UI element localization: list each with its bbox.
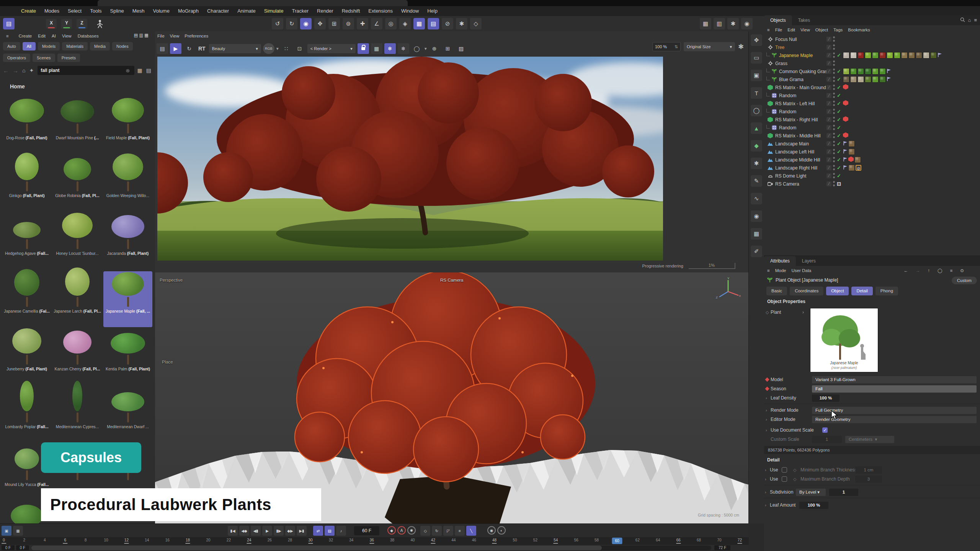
rv-menu-view[interactable]: View xyxy=(170,34,180,38)
channel-dropdown-icon[interactable]: ▾ xyxy=(276,46,279,51)
asset-item[interactable]: Jacaranda (Fall, Plant) xyxy=(103,214,152,269)
crop-region-icon[interactable]: ⊡ xyxy=(294,43,305,54)
keyframe-dot[interactable] xyxy=(765,386,769,391)
menu-create[interactable]: Create xyxy=(17,6,40,16)
parent-up-icon[interactable]: ↑ xyxy=(928,268,933,273)
object-name[interactable]: Landscape Left Hill xyxy=(775,149,814,155)
back-arrow-icon[interactable]: ← xyxy=(3,67,9,74)
home-icon[interactable]: ⌂ xyxy=(22,67,25,73)
leaf-density-field[interactable]: 100 % xyxy=(812,395,840,402)
matrix-icon[interactable] xyxy=(767,133,773,139)
live-selection-icon[interactable]: ◉ xyxy=(300,18,312,29)
document-tab[interactable] xyxy=(98,0,408,6)
material-tag[interactable] xyxy=(850,52,857,59)
object-name[interactable]: Grass xyxy=(775,61,787,66)
material-tag[interactable] xyxy=(865,68,871,75)
attr-tab-detail[interactable]: Detail xyxy=(851,287,872,295)
menu-extensions[interactable]: Extensions xyxy=(364,6,397,16)
plant-expand-chevron[interactable]: › xyxy=(802,310,804,315)
visibility-dots[interactable] xyxy=(833,101,835,108)
visibility-dots[interactable] xyxy=(833,85,835,91)
enabled-check-icon[interactable]: ✓ xyxy=(837,133,841,139)
object-row[interactable]: Grass ⁄ xyxy=(764,59,980,67)
generator-tool-icon[interactable]: ▲ xyxy=(751,122,762,134)
phong-tag[interactable] xyxy=(843,141,848,147)
visibility-dots[interactable] xyxy=(833,133,835,140)
camera-name-label[interactable]: RS Camera xyxy=(440,278,463,282)
disabled-tag[interactable]: ⊘ xyxy=(856,165,861,171)
object-row[interactable]: RS Matrix - Left Hill ⁄ ✓ xyxy=(764,99,980,108)
visibility-dots[interactable] xyxy=(833,117,835,124)
material-tag[interactable] xyxy=(887,52,893,59)
circle-select-icon[interactable]: ◯ xyxy=(411,43,423,54)
redshift-tag[interactable] xyxy=(843,132,848,139)
enabled-check-icon[interactable]: ✓ xyxy=(837,117,841,122)
object-name[interactable]: Landscape Main xyxy=(775,141,809,147)
material-tag[interactable] xyxy=(843,68,849,75)
visibility-dots[interactable] xyxy=(833,60,835,67)
filter-chip-auto[interactable]: Auto xyxy=(3,42,20,51)
zoom-level-field[interactable]: 100 %⇅ xyxy=(652,42,681,51)
phong-tag[interactable] xyxy=(887,68,891,75)
material-tag[interactable] xyxy=(865,76,871,83)
object-name[interactable]: Tree xyxy=(775,45,784,50)
asset-item[interactable]: Kentia Palm (Fall, Plant) xyxy=(103,329,152,385)
enabled-check-icon[interactable]: ✓ xyxy=(837,93,841,98)
om-menu-edit[interactable]: Edit xyxy=(787,28,795,32)
redshift-tag[interactable] xyxy=(843,116,848,123)
menu-render[interactable]: Render xyxy=(313,6,338,16)
menu-mograph[interactable]: MoGraph xyxy=(174,6,203,16)
forward-arrow-icon[interactable]: → xyxy=(13,67,18,74)
material-tag[interactable] xyxy=(872,68,879,75)
edit-toggle[interactable]: ⁄ xyxy=(826,141,831,146)
material-tag[interactable] xyxy=(850,76,857,83)
object-row[interactable]: Landscape Middle Hill ⁄ ✓ xyxy=(764,156,980,164)
menu-tools[interactable]: Tools xyxy=(86,6,106,16)
timeline-ruler[interactable]: 0246810121416182022242628303234363840424… xyxy=(0,537,749,545)
render-slot-select[interactable]: < Render >▾ xyxy=(307,44,356,53)
enabled-check-icon[interactable]: ✓ xyxy=(837,101,841,106)
prev-key-button[interactable]: ◀◆ xyxy=(239,526,249,536)
goto-start-button[interactable]: ▮◀ xyxy=(228,526,238,536)
history-back-icon[interactable]: ← xyxy=(904,268,911,273)
edit-toggle[interactable]: ⁄ xyxy=(826,93,831,98)
object-row[interactable]: RS Matrix - Middle Hill ⁄ ✓ xyxy=(764,132,980,140)
asset-search-input[interactable] xyxy=(38,67,126,73)
edit-toggle[interactable]: ⁄ xyxy=(826,77,831,82)
filter-chip-all[interactable]: All xyxy=(23,42,36,51)
asset-item[interactable]: Field Maple (Fall, Plant) xyxy=(103,98,152,154)
asset-item[interactable]: Japanese Maple (Fall, ... xyxy=(103,271,152,327)
timeline-scrollbar[interactable] xyxy=(31,546,711,550)
next-frame-button[interactable]: ▮▶ xyxy=(274,526,284,536)
edit-toggle[interactable]: ⁄ xyxy=(826,133,831,138)
ab-compare-grid-icon[interactable]: ▦ xyxy=(371,43,382,54)
material-tag[interactable] xyxy=(848,165,855,171)
filter-chip-operators[interactable]: Operators xyxy=(3,54,30,62)
asset-item[interactable]: Honey Locust 'Sunbur... xyxy=(53,214,102,269)
asset-item[interactable]: Mediterranean Dwarf ... xyxy=(103,387,152,443)
material-tag[interactable] xyxy=(843,76,849,83)
visibility-dots[interactable] xyxy=(833,181,835,188)
render-pass-select[interactable]: Beauty▾ xyxy=(209,44,261,53)
phong-tag[interactable] xyxy=(887,77,891,83)
scale-tool-icon[interactable]: ⊞ xyxy=(328,18,340,29)
phong-tag[interactable] xyxy=(938,52,942,59)
material-tag[interactable] xyxy=(858,52,864,59)
asset-item[interactable]: Dwarf Mountain Pine (... xyxy=(53,98,102,154)
redshift-tag[interactable] xyxy=(843,84,848,91)
material-ball-icon[interactable]: ◉ xyxy=(741,18,753,29)
keyframe-bar-toggle[interactable]: ▤ xyxy=(325,526,335,536)
object-name[interactable]: Landscape Middle Hill xyxy=(775,157,820,163)
edit-toggle[interactable]: ⁄ xyxy=(826,85,831,90)
edit-toggle[interactable]: ⁄ xyxy=(826,37,831,42)
object-row[interactable]: Random ⁄ ✓ xyxy=(764,124,980,132)
object-row[interactable]: RS Dome Light ⁄ ✓ xyxy=(764,172,980,180)
om-tab-takes[interactable]: Takes xyxy=(792,15,816,25)
redo-icon[interactable]: ↻ xyxy=(286,18,297,29)
preview-start-field[interactable]: 0 F xyxy=(16,545,29,550)
null-icon[interactable] xyxy=(767,45,773,50)
settings-tool-icon[interactable]: ✱ xyxy=(751,158,762,169)
asset-item[interactable]: Kanzan Cherry (Fall, Pl... xyxy=(53,329,102,385)
light-icon[interactable] xyxy=(767,173,773,178)
deformer-tool-icon[interactable]: ◆ xyxy=(751,140,762,152)
